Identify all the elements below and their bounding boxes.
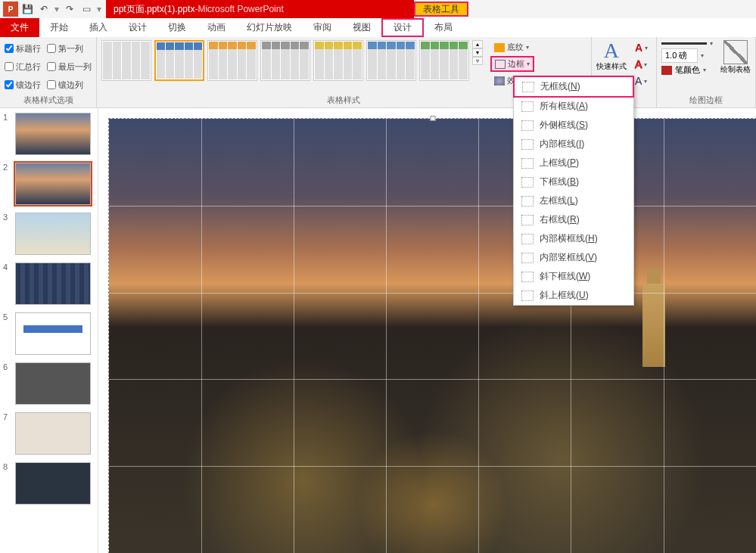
table-style-gallery — [101, 40, 469, 81]
text-fill-button[interactable]: A▾ — [631, 40, 652, 55]
border-option-i[interactable]: 内部框线(I) — [514, 135, 633, 154]
border-icon — [495, 60, 506, 69]
tab-animations[interactable]: 动画 — [197, 18, 236, 37]
table-style-2[interactable] — [207, 40, 257, 81]
resize-handle-top[interactable] — [430, 116, 435, 121]
tab-insert[interactable]: 插入 — [79, 18, 118, 37]
shading-button[interactable]: 底纹▾ — [490, 40, 534, 54]
draw-table-icon[interactable] — [723, 40, 748, 64]
style-scroll-up-button[interactable]: ▴ — [472, 40, 483, 48]
slide-thumbnail-2[interactable] — [15, 163, 91, 205]
tab-table-design[interactable]: 设计 — [381, 18, 424, 37]
border-option-a[interactable]: 所有框线(A) — [514, 97, 633, 116]
group-draw-borders: ▾ 1.0 磅▾ 笔颜色▾ 绘制表格 绘图边框 — [657, 37, 756, 107]
slide-thumbnail-panel[interactable]: 12345678 — [0, 108, 98, 553]
border-preview-icon — [521, 234, 534, 244]
border-option-w[interactable]: 斜下框线(W) — [514, 267, 633, 286]
pen-style-dropdown[interactable]: ▾ — [661, 40, 713, 47]
table-style-0[interactable] — [101, 40, 151, 81]
thumb-number: 7 — [3, 412, 12, 455]
current-slide[interactable] — [109, 119, 756, 553]
slide-thumbnail-8[interactable] — [15, 462, 91, 505]
pen-color-dropdown[interactable]: 笔颜色▾ — [661, 64, 713, 76]
border-option-v[interactable]: 内部竖框线(V) — [514, 248, 633, 267]
start-from-beginning-icon[interactable]: ▭ — [79, 2, 94, 17]
border-option-s[interactable]: 外侧框线(S) — [514, 116, 633, 135]
pen-color-icon — [661, 66, 672, 75]
check-banded-col[interactable]: 镶边列 — [47, 76, 92, 93]
border-option-l[interactable]: 左框线(L) — [514, 191, 633, 210]
window-title: ppt页面.pptx(1).pptx - Microsoft PowerPoin… — [106, 0, 414, 18]
app-name: Microsoft PowerPoint — [198, 4, 283, 14]
table-style-4[interactable] — [313, 40, 363, 81]
style-scroll-down-button[interactable]: ▾ — [472, 48, 483, 57]
border-preview-icon — [521, 101, 534, 112]
tab-review[interactable]: 审阅 — [303, 18, 342, 37]
tab-view[interactable]: 视图 — [342, 18, 381, 37]
thumb-number: 5 — [3, 312, 12, 355]
tab-table-layout[interactable]: 布局 — [424, 18, 463, 37]
slide-thumbnail-5[interactable] — [15, 312, 91, 355]
style-gallery-nav: ▴ ▾ ▿ — [472, 40, 483, 65]
group-label-draw-borders: 绘图边框 — [661, 93, 751, 106]
quick-styles-icon[interactable]: A — [604, 40, 619, 61]
slide-canvas[interactable] — [98, 108, 756, 553]
tab-home[interactable]: 开始 — [39, 18, 79, 37]
group-label-style-options: 表格样式选项 — [5, 93, 92, 106]
border-preview-icon — [521, 272, 534, 282]
table-style-1[interactable] — [154, 40, 204, 81]
tab-design-main[interactable]: 设计 — [118, 18, 157, 37]
slide-thumbnail-4[interactable] — [15, 263, 91, 305]
redo-icon[interactable]: ↷ — [62, 2, 77, 17]
slide-thumbnail-1[interactable] — [15, 113, 91, 155]
qat-dropdown-icon[interactable]: ▾ — [53, 4, 61, 14]
thumb-number: 4 — [3, 263, 12, 305]
thumb-number: 6 — [3, 362, 12, 405]
workspace: 12345678 — [0, 108, 756, 553]
border-option-n[interactable]: 无框线(N) — [513, 76, 634, 98]
check-total-row[interactable]: 汇总行 — [5, 58, 41, 75]
undo-icon[interactable]: ↶ — [36, 2, 51, 17]
borders-button[interactable]: 边框▾ — [490, 56, 534, 72]
save-icon[interactable]: 💾 — [20, 2, 35, 17]
slide-thumbnail-6[interactable] — [15, 362, 91, 405]
qat-more-icon[interactable]: ▾ — [95, 4, 103, 14]
thumb-number: 1 — [3, 113, 12, 155]
border-option-r[interactable]: 右框线(R) — [514, 210, 633, 229]
check-banded-row[interactable]: 镶边行 — [5, 76, 41, 93]
table-style-3[interactable] — [260, 40, 310, 81]
border-option-h[interactable]: 内部横框线(H) — [514, 229, 633, 248]
border-preview-icon — [521, 158, 534, 169]
check-first-col[interactable]: 第一列 — [47, 40, 92, 57]
border-preview-icon — [521, 196, 534, 207]
filename: ppt页面.pptx(1).pptx — [114, 3, 194, 16]
border-option-u[interactable]: 斜上框线(U) — [514, 286, 633, 305]
table-style-5[interactable] — [366, 40, 416, 81]
border-preview-icon — [521, 215, 534, 225]
border-preview-icon — [521, 253, 534, 263]
table-style-6[interactable] — [419, 40, 469, 81]
border-preview-icon — [521, 177, 534, 188]
check-last-col[interactable]: 最后一列 — [47, 58, 92, 75]
border-preview-icon — [521, 120, 534, 131]
ribbon: 标题行 第一列 汇总行 最后一列 镶边行 镶边列 表格样式选项 ▴ ▾ ▿ 底纹… — [0, 37, 756, 108]
pen-weight-dropdown[interactable]: 1.0 磅▾ — [661, 48, 713, 63]
check-header-row[interactable]: 标题行 — [5, 40, 41, 57]
text-outline-button[interactable]: A▾ — [631, 57, 652, 72]
table-object[interactable] — [109, 119, 756, 553]
tab-file[interactable]: 文件 — [0, 18, 39, 37]
slide-thumbnail-7[interactable] — [15, 412, 91, 455]
border-option-b[interactable]: 下框线(B) — [514, 172, 633, 191]
quick-access-toolbar: P 💾 ↶ ▾ ↷ ▭ ▾ — [0, 2, 106, 17]
border-preview-icon — [521, 290, 534, 301]
style-more-button[interactable]: ▿ — [472, 57, 483, 65]
thumb-number: 3 — [3, 213, 12, 255]
pen-style-sample — [661, 42, 707, 45]
border-preview-icon — [522, 82, 534, 92]
slide-thumbnail-3[interactable] — [15, 213, 91, 255]
tab-transitions[interactable]: 切换 — [157, 18, 197, 37]
borders-dropdown-menu: 无框线(N)所有框线(A)外侧框线(S)内部框线(I)上框线(P)下框线(B)左… — [513, 76, 634, 306]
tab-slideshow[interactable]: 幻灯片放映 — [236, 18, 303, 37]
bucket-icon — [494, 43, 505, 52]
border-option-p[interactable]: 上框线(P) — [514, 154, 633, 172]
